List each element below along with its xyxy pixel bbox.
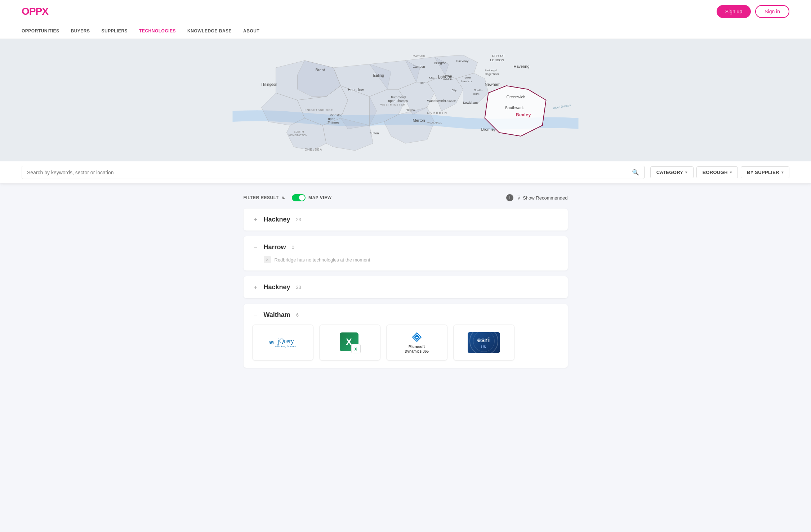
map-container[interactable]: Hillingdon Brent Ealing London Hounslow … [0, 39, 811, 161]
filter-bar: FILTER RESULT ⇅ MAP VIEW i ⊽ Show Recomm… [244, 191, 568, 209]
svg-text:Sutton: Sutton [370, 131, 379, 135]
borough-name: Harrow [264, 243, 286, 251]
svg-text:Richmond: Richmond [391, 95, 406, 99]
svg-text:Southwark: Southwark [505, 106, 524, 110]
filter-right: i ⊽ Show Recommended [506, 194, 567, 201]
borough-header-hackney-2[interactable]: + Hackney 23 [252, 283, 559, 291]
show-recommended-button[interactable]: ⊽ Show Recommended [517, 195, 567, 201]
ms-dynamics-logo: MicrosoftDynamics 365 [405, 331, 429, 354]
borough-header-hackney-1[interactable]: + Hackney 23 [252, 216, 559, 223]
svg-text:West-: West- [445, 74, 453, 77]
nav-item-suppliers[interactable]: SUPPLIERS [102, 24, 128, 38]
borough-header-waltham[interactable]: − Waltham 6 [252, 311, 559, 319]
tech-cards: ≋ jQuery write less, do more. X x [252, 325, 559, 361]
svg-text:KENSINGTON: KENSINGTON [289, 134, 308, 137]
svg-text:Bromley: Bromley [481, 127, 496, 131]
svg-text:WESTMINSTER: WESTMINSTER [380, 103, 406, 106]
svg-text:Havering: Havering [514, 64, 530, 68]
tech-card-excel[interactable]: X x [319, 325, 380, 361]
signup-button[interactable]: Sign up [717, 5, 751, 18]
expand-icon[interactable]: + [252, 284, 259, 291]
svg-text:Hillingdon: Hillingdon [262, 82, 277, 86]
borough-name: Waltham [264, 311, 290, 319]
svg-text:Newham: Newham [485, 82, 500, 86]
svg-text:Greenwich: Greenwich [507, 95, 526, 99]
borough-section-hackney-2: + Hackney 23 [244, 276, 568, 298]
filter-left: FILTER RESULT ⇅ MAP VIEW [244, 194, 332, 201]
chevron-down-icon: ▾ [781, 170, 783, 174]
svg-text:Tower: Tower [463, 76, 471, 79]
category-filter-button[interactable]: CATEGORY ▾ [650, 166, 694, 178]
map-view-toggle-wrap: MAP VIEW [292, 194, 331, 201]
collapse-icon[interactable]: − [252, 244, 259, 251]
svg-text:Ealing: Ealing [373, 73, 384, 77]
filter-buttons: CATEGORY ▾ BOROUGH ▾ BY SUPPLIER ▾ [650, 166, 789, 178]
svg-text:Camden: Camden [413, 65, 425, 68]
excel-logo: X x [340, 332, 360, 353]
svg-text:Islington: Islington [435, 61, 447, 65]
svg-text:CITY OF: CITY OF [492, 54, 505, 58]
svg-text:Lewisham: Lewisham [463, 101, 478, 104]
nav-item-about[interactable]: ABOUT [243, 24, 259, 38]
borough-filter-button[interactable]: BOROUGH ▾ [696, 166, 738, 178]
chevron-down-icon: ▾ [685, 170, 687, 174]
header: OPPX Sign up Sign in [0, 0, 811, 23]
collapse-icon[interactable]: − [252, 312, 259, 319]
nav-item-technologies[interactable]: TECHNOLOGIES [139, 24, 176, 38]
chevron-down-icon: ▾ [730, 170, 732, 174]
borough-name: Hackney [264, 283, 290, 291]
filter-arrows-icon: ⇅ [282, 196, 285, 200]
map-view-toggle[interactable] [292, 194, 306, 201]
main-content: FILTER RESULT ⇅ MAP VIEW i ⊽ Show Recomm… [244, 183, 568, 381]
nav-item-buyers[interactable]: BUYERS [71, 24, 90, 38]
borough-section-harrow: − Harrow 0 ✕ Redbridge has no technologi… [244, 236, 568, 271]
map-svg: Hillingdon Brent Ealing London Hounslow … [0, 39, 811, 161]
svg-text:Kingston: Kingston [330, 113, 343, 117]
svg-text:LONDON: LONDON [490, 58, 504, 62]
svg-text:City: City [452, 89, 457, 92]
borough-filter-label: BOROUGH [703, 170, 728, 175]
svg-text:Thames: Thames [328, 121, 340, 124]
svg-text:VAUXHALL: VAUXHALL [427, 121, 442, 124]
svg-text:SOUTH: SOUTH [294, 130, 304, 133]
svg-text:LAMBETH: LAMBETH [427, 111, 448, 115]
borough-name: Hackney [264, 216, 290, 223]
borough-header-harrow[interactable]: − Harrow 0 [252, 243, 559, 251]
borough-count: 0 [292, 245, 294, 250]
svg-text:CHELSEA: CHELSEA [305, 148, 322, 151]
svg-text:wark: wark [473, 92, 480, 95]
svg-text:Lambeth: Lambeth [445, 99, 456, 103]
expand-icon[interactable]: + [252, 216, 259, 223]
supplier-filter-label: BY SUPPLIER [747, 170, 779, 175]
svg-text:KNIGHTSBRIDGE: KNIGHTSBRIDGE [305, 108, 333, 112]
svg-text:Wandsworth: Wandsworth [427, 99, 445, 103]
esri-logo: esri UK [468, 332, 500, 353]
main-nav: OPPORTUNITIES BUYERS SUPPLIERS TECHNOLOG… [0, 23, 811, 39]
svg-text:Hounslow: Hounslow [348, 88, 364, 92]
borough-count: 23 [296, 285, 301, 290]
borough-count: 6 [296, 312, 299, 318]
tech-card-esri[interactable]: esri UK [453, 325, 514, 361]
no-tech-message: ✕ Redbridge has no technologies at the m… [252, 256, 559, 263]
svg-text:Dagenham: Dagenham [485, 72, 499, 76]
search-bar: 🔍 CATEGORY ▾ BOROUGH ▾ BY SUPPLIER ▾ [0, 161, 811, 183]
funnel-icon: ⊽ [517, 195, 521, 201]
show-recommended-label: Show Recommended [523, 195, 567, 201]
tech-card-ms-dynamics[interactable]: MicrosoftDynamics 365 [386, 325, 447, 361]
signin-button[interactable]: Sign in [755, 5, 789, 18]
search-input[interactable] [27, 170, 632, 175]
borough-section-waltham: − Waltham 6 ≋ jQuery write less, do more… [244, 304, 568, 368]
nav-item-knowledge-base[interactable]: KNOWLEDGE BASE [187, 24, 232, 38]
info-icon[interactable]: i [506, 194, 513, 201]
svg-text:K&C: K&C [429, 76, 435, 79]
supplier-filter-button[interactable]: BY SUPPLIER ▾ [741, 166, 789, 178]
filter-result-button[interactable]: FILTER RESULT ⇅ [244, 195, 285, 200]
svg-text:Merton: Merton [413, 118, 425, 122]
search-input-wrap[interactable]: 🔍 [22, 166, 645, 179]
nav-item-opportunities[interactable]: OPPORTUNITIES [22, 24, 59, 38]
svg-text:upon Thames: upon Thames [388, 99, 408, 103]
borough-section-hackney-1: + Hackney 23 [244, 209, 568, 231]
tech-card-jquery[interactable]: ≋ jQuery write less, do more. [252, 325, 313, 361]
svg-text:upon: upon [328, 117, 335, 121]
header-buttons: Sign up Sign in [717, 5, 789, 18]
